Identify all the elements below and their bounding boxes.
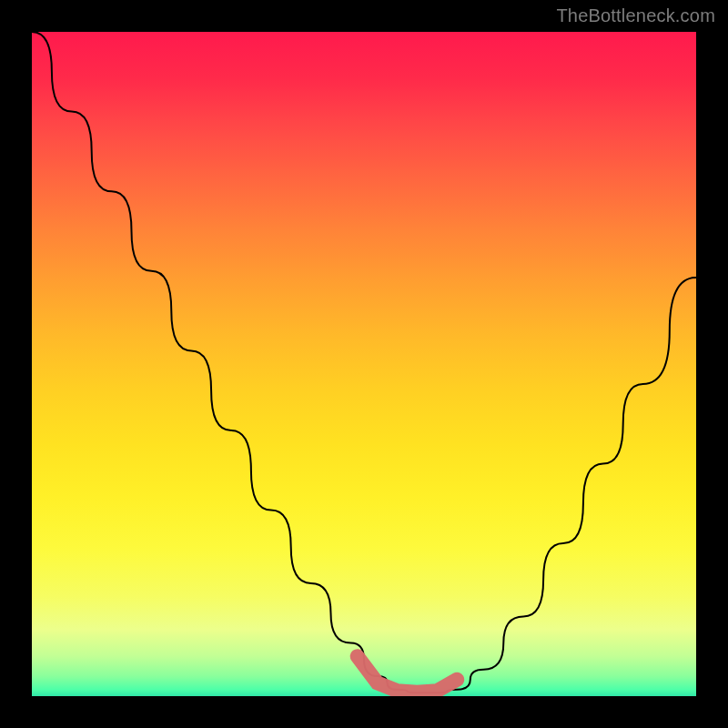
watermark-text: TheBottleneck.com	[556, 5, 715, 26]
heat-gradient-background	[32, 32, 696, 696]
plot-area	[32, 32, 696, 696]
chart-frame: TheBottleneck.com	[0, 0, 728, 728]
